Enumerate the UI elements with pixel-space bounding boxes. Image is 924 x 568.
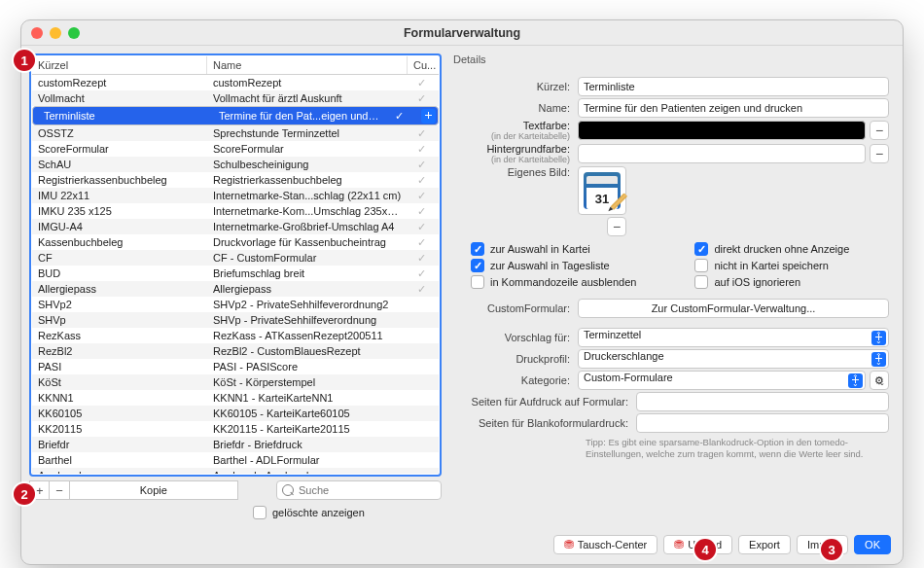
search-input[interactable]: [276, 480, 442, 500]
cell-kuerzel: Barthel: [32, 454, 207, 466]
check-icon: ✓: [395, 110, 407, 122]
bgcolor-well[interactable]: [578, 144, 866, 163]
table-row[interactable]: CFCF - CustomFormular✓: [32, 250, 439, 266]
table-row[interactable]: customRezeptcustomRezept✓: [32, 75, 439, 90]
col-cu[interactable]: Cu...: [408, 56, 439, 74]
table-row[interactable]: RezKassRezKass - ATKassenRezept200511: [32, 328, 439, 343]
check-icon: ✓: [417, 190, 429, 201]
cell-name: SHVp - PrivateSehhilfeverordnung: [207, 314, 408, 326]
table-row[interactable]: BriefdrBriefdr - Briefdruck: [32, 437, 439, 452]
label-name: Name:: [451, 102, 578, 114]
annotation-2: 2: [14, 483, 35, 505]
cell-name: KKNN1 - KarteiKarteNN1: [207, 392, 408, 404]
remove-button[interactable]: −: [49, 480, 69, 500]
check-icon: ✓: [417, 92, 429, 104]
table-row[interactable]: KKNN1KKNN1 - KarteiKarteNN1: [32, 390, 439, 406]
cell-name: KK20115 - KarteiKarte20115: [207, 423, 408, 435]
field-kuerzel[interactable]: [578, 77, 889, 96]
table-row[interactable]: BarthelBarthel - ADLFormular: [32, 452, 439, 468]
col-kuerzel[interactable]: Kürzel: [32, 56, 207, 74]
ok-button[interactable]: OK: [854, 535, 891, 554]
table-row[interactable]: SHVp2SHVp2 - PrivateSehhilfeverordnung2: [32, 297, 439, 312]
cell-name: PASI - PASIScore: [207, 361, 408, 373]
check-icon: ✓: [417, 127, 429, 139]
field-name[interactable]: [578, 98, 889, 118]
check-kommandozeile[interactable]: in Kommandozeile ausblenden: [471, 275, 636, 289]
table-row[interactable]: VollmachtVollmacht für ärztl Auskunft✓: [32, 90, 439, 106]
table-row[interactable]: AllergiepassAllergiepass✓: [32, 281, 439, 297]
table-row[interactable]: ScoreFormularScoreFormular✓: [32, 141, 439, 157]
annotation-4: 4: [694, 539, 716, 560]
table-row[interactable]: ArmbandArmband - Armband: [32, 468, 439, 474]
cell-kuerzel: SHVp2: [32, 299, 207, 310]
cell-name: RezBl2 - CustomBlauesRezept: [207, 345, 408, 357]
cell-check: ✓: [408, 205, 439, 217]
label-textfarbe: Textfarbe:(in der Karteitabelle): [451, 120, 578, 141]
image-well[interactable]: 31: [578, 166, 626, 215]
form-table: Kürzel Name Cu... customRezeptcustomReze…: [29, 53, 442, 477]
table-row[interactable]: RezBl2RezBl2 - CustomBlauesRezept: [32, 343, 439, 359]
cell-name: KK60105 - KarteiKarte60105: [207, 408, 408, 419]
table-row[interactable]: PASIPASI - PASIScore: [32, 359, 439, 374]
table-row[interactable]: RegistrierkassenbuchbelegRegistrierkasse…: [32, 172, 439, 188]
table-row[interactable]: KK20115KK20115 - KarteiKarte20115: [32, 421, 439, 437]
field-seiten-blanko[interactable]: [636, 413, 889, 433]
table-row[interactable]: TerminlisteTermine für den Pat...eigen u…: [32, 106, 439, 125]
select-druckprofil[interactable]: Druckerschlange⌃⌄: [578, 349, 889, 369]
window-controls: [31, 27, 80, 39]
cell-kuerzel: Registrierkassenbuchbeleg: [32, 174, 207, 186]
export-button[interactable]: Export: [738, 535, 791, 554]
table-row[interactable]: SHVpSHVp - PrivateSehhilfeverordnung: [32, 312, 439, 328]
cell-kuerzel: KöSt: [32, 376, 207, 388]
bgcolor-clear-button[interactable]: −: [870, 144, 889, 163]
table-row[interactable]: IMU 22x11Internetmarke-Stan...schlag (22…: [32, 188, 439, 203]
cell-name: Internetmarke-Kom...Umschlag 235x125: [207, 205, 408, 217]
table-row[interactable]: KassenbuchbelegDruckvorlage für Kassenbu…: [32, 234, 439, 250]
footer: ⛃Tausch-Center ⛃Upload Export Import OK: [21, 527, 903, 564]
check-direkt-drucken[interactable]: direkt drucken ohne Anzeige: [694, 242, 849, 256]
select-kategorie[interactable]: Custom-Formulare⌃⌄: [578, 371, 866, 390]
textcolor-well[interactable]: [578, 121, 866, 140]
zoom-icon[interactable]: [68, 27, 80, 39]
kategorie-gear-button[interactable]: ⚙⌄: [870, 371, 889, 390]
check-tagesliste[interactable]: zur Auswahl in Tagesliste: [471, 259, 636, 272]
show-deleted-checkbox[interactable]: [253, 506, 267, 519]
table-body[interactable]: customRezeptcustomRezept✓VollmachtVollma…: [32, 75, 439, 474]
cell-kuerzel: KK60105: [32, 408, 207, 419]
cell-name: Druckvorlage für Kassenbucheintrag: [207, 236, 408, 248]
cell-check: ✓: [385, 110, 416, 122]
field-seiten-aufdruck[interactable]: [636, 392, 889, 411]
cell-check: ✓: [408, 92, 439, 104]
select-vorschlag[interactable]: Terminzettel⌃⌄: [578, 328, 889, 347]
label-eigenes-bild: Eigenes Bild:: [451, 166, 578, 178]
table-row[interactable]: IMGU-A4Internetmarke-Großbrief-Umschlag …: [32, 219, 439, 234]
check-ios-ignorieren[interactable]: auf iOS ignorieren: [694, 275, 849, 289]
table-row[interactable]: BUDBriefumschlag breit✓: [32, 266, 439, 281]
table-row[interactable]: KöStKöSt - Körperstempel: [32, 374, 439, 390]
check-nicht-speichern[interactable]: nicht in Kartei speichern: [694, 259, 849, 272]
cell-check: ✓: [408, 283, 439, 295]
textcolor-clear-button[interactable]: −: [870, 121, 889, 140]
cell-name: Vollmacht für ärztl Auskunft: [207, 92, 408, 104]
table-row[interactable]: KK60105KK60105 - KarteiKarte60105: [32, 406, 439, 421]
table-row[interactable]: OSSTZSprechstunde Terminzettel✓: [32, 125, 439, 141]
tausch-center-button[interactable]: ⛃Tausch-Center: [553, 535, 658, 554]
customformular-button[interactable]: Zur CustomFormular-Verwaltung...: [578, 299, 889, 318]
cell-check: ✓: [408, 159, 439, 170]
search-icon: [276, 480, 442, 500]
label-customformular: CustomFormular:: [451, 302, 578, 314]
package-icon: ⛃: [674, 538, 684, 551]
cell-name: CF - CustomFormular: [207, 252, 408, 264]
col-name[interactable]: Name: [207, 56, 408, 74]
minimize-icon[interactable]: [50, 27, 61, 39]
table-row[interactable]: SchAUSchulbescheinigung✓: [32, 157, 439, 172]
cell-name: customRezept: [207, 77, 408, 89]
table-row[interactable]: IMKU 235 x125Internetmarke-Kom...Umschla…: [32, 203, 439, 219]
copy-button[interactable]: Kopie: [69, 480, 238, 500]
close-icon[interactable]: [31, 27, 43, 39]
cell-name: Briefumschlag breit: [207, 267, 408, 279]
label-druckprofil: Druckprofil:: [451, 353, 578, 365]
check-kartei[interactable]: zur Auswahl in Kartei: [471, 242, 636, 256]
cell-check: ✓: [408, 77, 439, 89]
cell-check: ✓: [408, 252, 439, 264]
